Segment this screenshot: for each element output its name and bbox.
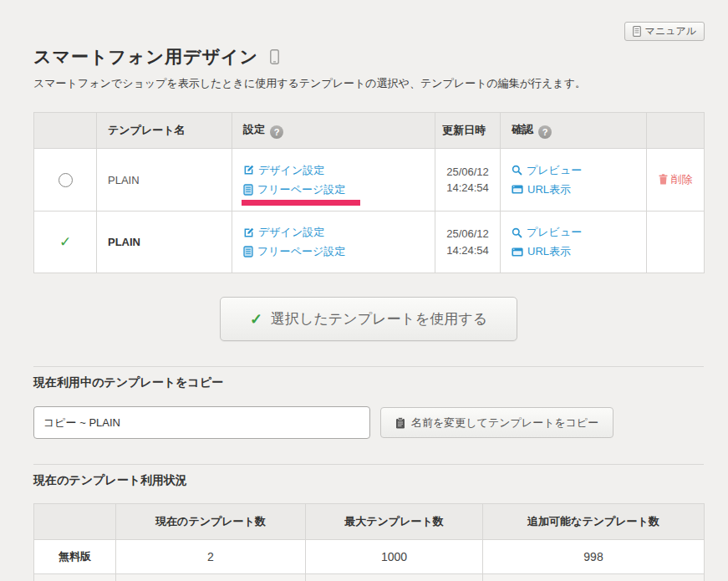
confirm-cell: プレビュー URL表示 [501, 149, 647, 212]
select-cell [34, 149, 97, 212]
page-title-row: スマートフォン用デザイン [33, 0, 704, 69]
document-icon [243, 184, 253, 196]
design-settings-link[interactable]: デザイン設定 [243, 224, 324, 241]
usage-section-heading: 現在のテンプレート利用状況 [33, 473, 704, 488]
select-cell: ✓ [34, 212, 97, 273]
freepage-settings-label: フリーページ設定 [257, 181, 345, 198]
updated-cell: 25/06/12 14:24:54 [435, 149, 501, 212]
delete-cell [647, 212, 705, 273]
usage-available-value: 998 [483, 540, 705, 574]
check-icon: ✓ [59, 234, 71, 250]
magnifier-icon [512, 165, 522, 176]
trash-icon [659, 174, 668, 185]
header-settings: 設定? [232, 113, 435, 149]
clipboard-icon [395, 417, 405, 429]
template-table-header: テンプレート名 設定? 更新日時 確認? [34, 113, 705, 149]
updated-time: 14:24:54 [446, 244, 489, 257]
page-title: スマートフォン用デザイン [33, 45, 258, 69]
template-row: ✓ PLAIN デザイン設定 フリーページ設定 [34, 212, 705, 273]
usage-max-value: 1000 [306, 574, 483, 581]
header-select [34, 113, 97, 149]
updated-cell: 25/06/12 14:24:54 [435, 212, 501, 273]
usage-current-value: 2 [116, 540, 306, 574]
manual-button[interactable]: マニュアル [624, 22, 705, 41]
preview-link[interactable]: プレビュー [512, 162, 582, 179]
page-description: スマートフォンでショップを表示したときに使用するテンプレートの選択や、テンプレー… [33, 76, 704, 91]
smartphone-design-page: マニュアル スマートフォン用デザイン スマートフォンでショップを表示したときに使… [0, 0, 728, 581]
usage-row-label: 無料版 [34, 540, 116, 574]
usage-table: 現在のテンプレート数 最大テンプレート数 追加可能なテンプレート数 無料版 2 … [33, 503, 705, 581]
design-settings-link[interactable]: デザイン設定 [243, 162, 324, 179]
usage-header-max: 最大テンプレート数 [306, 504, 483, 540]
usage-table-header: 現在のテンプレート数 最大テンプレート数 追加可能なテンプレート数 [34, 504, 705, 540]
updated-date: 25/06/12 [446, 227, 489, 240]
magnifier-icon [512, 227, 522, 238]
freepage-settings-link[interactable]: フリーページ設定 [243, 181, 345, 198]
browser-icon [512, 247, 523, 257]
usage-available-value: 1000 [483, 574, 705, 581]
usage-row-label: 有料版 [34, 574, 116, 581]
settings-cell: デザイン設定 フリーページ設定 [232, 149, 435, 212]
preview-label: プレビュー [527, 162, 582, 179]
copy-row: 名前を変更してテンプレートをコピー [33, 406, 704, 439]
header-template-name: テンプレート名 [97, 113, 232, 149]
template-name: PLAIN [97, 212, 232, 273]
confirm-cell: プレビュー URL表示 [501, 212, 647, 273]
template-table: テンプレート名 設定? 更新日時 確認? PLAIN [33, 112, 705, 273]
template-name: PLAIN [97, 149, 232, 212]
delete-cell: 削除 [647, 149, 705, 212]
divider [33, 366, 704, 367]
delete-label: 削除 [671, 172, 693, 187]
confirm-help-icon[interactable]: ? [538, 125, 552, 139]
url-display-label: URL表示 [527, 181, 571, 198]
document-icon [633, 26, 641, 37]
smartphone-icon [270, 49, 279, 64]
header-actions [647, 113, 705, 149]
preview-link[interactable]: プレビュー [512, 224, 582, 241]
freepage-settings-link[interactable]: フリーページ設定 [243, 243, 345, 260]
browser-icon [512, 185, 523, 194]
copy-template-button[interactable]: 名前を変更してテンプレートをコピー [380, 407, 613, 438]
radio-icon[interactable] [59, 173, 73, 187]
copy-name-input[interactable] [33, 406, 370, 439]
template-row: PLAIN デザイン設定 フリーページ設定 [34, 149, 705, 212]
use-button-row: ✓ 選択したテンプレートを使用する [33, 297, 704, 341]
header-confirm-label: 確認 [512, 123, 533, 135]
usage-row-free: 無料版 2 1000 998 [34, 540, 705, 574]
delete-link[interactable]: 削除 [659, 172, 693, 187]
updated-date: 25/06/12 [446, 166, 489, 178]
edit-icon [243, 227, 254, 238]
divider [33, 464, 704, 465]
settings-cell: デザイン設定 フリーページ設定 [232, 212, 435, 273]
freepage-settings-label: フリーページ設定 [257, 243, 345, 260]
design-settings-label: デザイン設定 [258, 224, 324, 241]
updated-time: 14:24:54 [446, 181, 489, 194]
usage-max-value: 1000 [306, 540, 483, 574]
use-template-label: 選択したテンプレートを使用する [271, 309, 487, 329]
copy-template-label: 名前を変更してテンプレートをコピー [411, 415, 598, 431]
header-updated: 更新日時 [435, 113, 501, 149]
header-confirm: 確認? [501, 113, 647, 149]
highlight-underline [242, 200, 360, 206]
url-display-label: URL表示 [527, 243, 571, 260]
use-template-button[interactable]: ✓ 選択したテンプレートを使用する [220, 297, 517, 341]
copy-section-heading: 現在利用中のテンプレートをコピー [33, 375, 704, 390]
manual-button-label: マニュアル [645, 24, 696, 38]
settings-help-icon[interactable]: ? [270, 125, 283, 139]
usage-current-value: 0 [116, 574, 306, 581]
usage-header-empty [34, 504, 116, 540]
usage-header-current: 現在のテンプレート数 [116, 504, 306, 540]
edit-icon [243, 165, 254, 176]
url-display-link[interactable]: URL表示 [512, 243, 571, 260]
usage-header-available: 追加可能なテンプレート数 [483, 504, 705, 540]
usage-row-paid: 有料版 0 1000 1000 [34, 574, 705, 581]
design-settings-label: デザイン設定 [258, 162, 324, 179]
header-settings-label: 設定 [243, 123, 265, 135]
preview-label: プレビュー [527, 224, 582, 241]
check-icon: ✓ [250, 310, 262, 329]
url-display-link[interactable]: URL表示 [512, 181, 571, 198]
document-icon [243, 246, 253, 257]
